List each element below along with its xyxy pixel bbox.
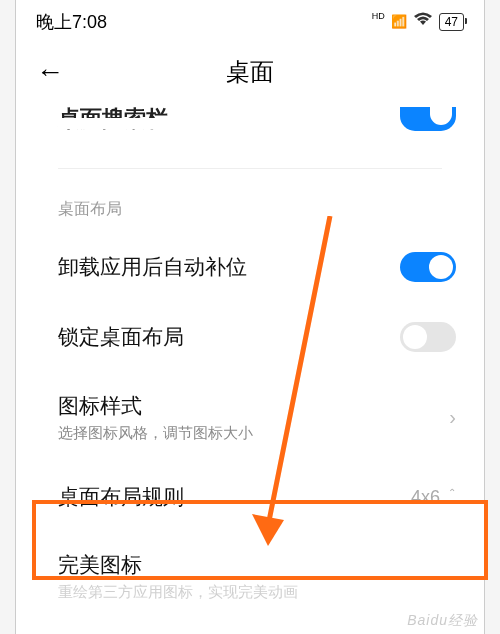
row-icon-style[interactable]: 图标样式 选择图标风格，调节图标大小 › — [16, 372, 484, 463]
row-perfect-icon[interactable]: 完美图标 重绘第三方应用图标，实现完美动画 — [16, 531, 484, 602]
section-header: 桌面布局 — [16, 169, 484, 232]
row-label: 桌面搜索栏 — [58, 104, 168, 134]
battery-icon: 47 — [439, 13, 464, 31]
status-time: 晚上7:08 — [36, 10, 107, 34]
wifi-icon — [413, 12, 433, 32]
toggle-lock-layout[interactable] — [400, 322, 456, 352]
phone-screen: 晚上7:08 HD 📶 47 ← 桌面 桌面搜索栏 桌面布局 卸载应用后自动补位… — [15, 0, 485, 634]
row-desc: 重绘第三方应用图标，实现完美动画 — [58, 583, 456, 602]
page-title: 桌面 — [226, 56, 274, 88]
chevron-right-icon: › — [449, 406, 456, 429]
row-label: 卸载应用后自动补位 — [58, 253, 400, 281]
up-down-icon: ⌃⌄ — [448, 489, 456, 505]
header: ← 桌面 — [16, 40, 484, 108]
watermark: Baidu经验 — [407, 612, 478, 630]
row-label: 桌面布局规则 — [58, 483, 411, 511]
signal-icon: 📶 — [391, 14, 407, 29]
toggle-auto-fill[interactable] — [400, 252, 456, 282]
row-label: 锁定桌面布局 — [58, 323, 400, 351]
toggle-desktop-search[interactable] — [400, 107, 456, 131]
row-label: 图标样式 — [58, 392, 449, 420]
hd-icon: HD — [372, 11, 385, 21]
row-desktop-search[interactable]: 桌面搜索栏 — [16, 104, 484, 148]
status-bar: 晚上7:08 HD 📶 47 — [16, 0, 484, 40]
back-button[interactable]: ← — [36, 58, 64, 86]
row-value: 4x6 — [411, 487, 440, 508]
row-desc: 选择图标风格，调节图标大小 — [58, 424, 449, 443]
row-lock-layout[interactable]: 锁定桌面布局 — [16, 302, 484, 372]
row-layout-rule[interactable]: 桌面布局规则 4x6 ⌃⌄ — [16, 463, 484, 531]
row-label: 完美图标 — [58, 551, 456, 579]
row-auto-fill[interactable]: 卸载应用后自动补位 — [16, 232, 484, 302]
status-right: HD 📶 47 — [372, 12, 464, 32]
